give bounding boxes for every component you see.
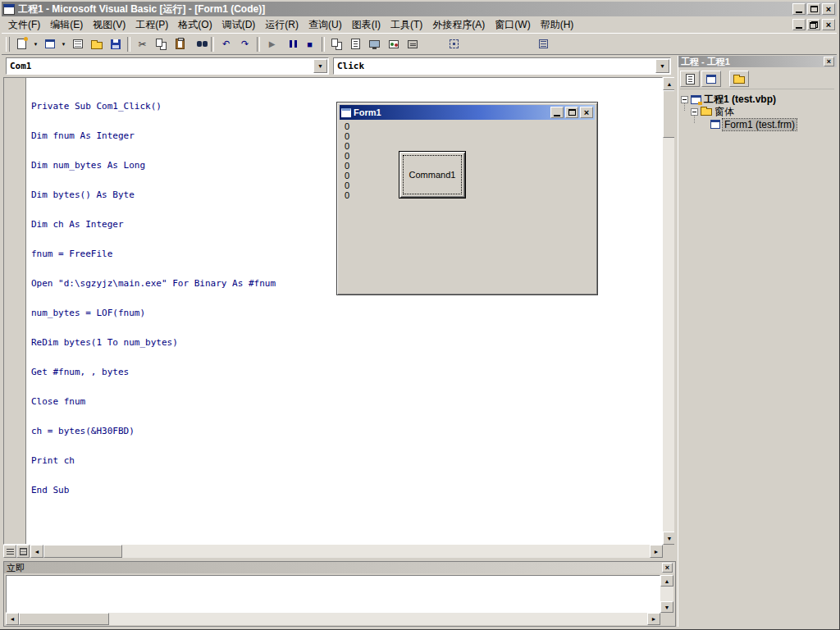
scroll-right-button[interactable]: ► [647, 613, 660, 625]
view-object-button[interactable] [701, 71, 721, 87]
command1-button[interactable]: Command1 [399, 151, 466, 199]
collapse-icon[interactable] [681, 96, 688, 103]
add-form-button[interactable] [40, 35, 59, 53]
view-code-button[interactable] [680, 71, 700, 87]
minimize-button[interactable] [792, 3, 806, 15]
undo-icon: ↶ [222, 39, 230, 49]
save-project-button[interactable] [106, 35, 125, 53]
procedure-view-icon [7, 549, 14, 555]
mdi-restore-button[interactable] [807, 19, 820, 30]
dropdown-icon: ▼ [317, 63, 323, 69]
mdi-close-button[interactable]: × [822, 19, 835, 30]
menu-addins[interactable]: 外接程序(A) [427, 16, 490, 34]
collapse-icon[interactable] [691, 108, 698, 116]
undo-button[interactable]: ↶ [217, 35, 235, 53]
title-bar[interactable]: 工程1 - Microsoft Visual Basic [运行] - [For… [2, 2, 837, 16]
scroll-left-button[interactable]: ◄ [30, 545, 43, 558]
code-text: Private Sub Com1_Click() Dim fnum As Int… [31, 82, 276, 515]
close-icon: × [826, 5, 831, 14]
menu-window[interactable]: 窗口(W) [490, 16, 535, 34]
menu-run[interactable]: 运行(R) [260, 16, 304, 34]
immediate-input-area[interactable] [6, 575, 660, 613]
code-horizontal-scrollbar[interactable]: ◄ ► [30, 545, 663, 558]
procedure-view-button[interactable] [3, 545, 16, 558]
redo-button[interactable]: ↷ [235, 35, 254, 53]
find-button[interactable] [189, 35, 208, 53]
toggle-folders-button[interactable] [729, 71, 749, 87]
add-project-button[interactable] [12, 35, 31, 53]
object-combo[interactable]: Com1 ▼ [6, 57, 329, 75]
menu-debug[interactable]: 调试(D) [217, 16, 261, 34]
object-combo-dropdown[interactable]: ▼ [313, 59, 327, 73]
tree-item-forms-folder[interactable]: 窗体 [691, 106, 734, 118]
menu-edit[interactable]: 编辑(E) [45, 16, 88, 34]
size-icon [539, 39, 548, 48]
form1-minimize-button[interactable] [550, 107, 564, 118]
maximize-button[interactable] [807, 3, 820, 15]
horizontal-scroll-thumb[interactable] [43, 545, 122, 558]
immediate-vertical-scrollbar[interactable]: ▲ ▼ [660, 575, 673, 613]
app-icon [3, 4, 15, 15]
immediate-title-bar[interactable]: 立即 × [4, 562, 675, 573]
form-layout-button[interactable] [365, 35, 384, 53]
view-code-icon [686, 74, 695, 84]
start-button[interactable]: ▶ [262, 35, 281, 53]
toolbox-button[interactable] [403, 35, 422, 53]
menu-tools[interactable]: 工具(T) [386, 16, 427, 34]
add-project-dropdown[interactable]: ▼ [31, 35, 40, 53]
mdi-minimize-button[interactable] [792, 19, 806, 30]
immediate-horizontal-scrollbar[interactable]: ◄ ► [6, 613, 660, 625]
horizontal-scroll-thumb[interactable] [19, 613, 109, 625]
end-button[interactable]: ■ [300, 35, 319, 53]
redo-icon: ↷ [241, 39, 249, 49]
position-indicator [450, 39, 511, 48]
tree-item-label: 窗体 [714, 105, 734, 119]
toolbar-grip[interactable] [6, 37, 10, 52]
tree-item-project[interactable]: 工程1 (test.vbp) [681, 94, 776, 106]
immediate-close-button[interactable]: × [662, 563, 673, 573]
menu-file[interactable]: 文件(F) [3, 16, 45, 34]
tree-item-form1[interactable]: Form1 (test.frm) [710, 118, 797, 130]
menu-diagram[interactable]: 图表(I) [347, 16, 386, 34]
menu-view[interactable]: 视图(V) [88, 16, 130, 34]
scroll-right-button[interactable]: ► [650, 545, 663, 558]
paste-button[interactable] [171, 35, 189, 53]
project-tree: 工程1 (test.vbp) 窗体 Form1 (test.frm) [678, 92, 837, 627]
tree-item-label: Form1 (test.frm) [723, 119, 797, 130]
form1-title-bar[interactable]: Form1 × [340, 105, 595, 120]
event-combo[interactable]: Click ▼ [333, 57, 671, 75]
full-module-view-button[interactable] [16, 545, 30, 558]
project-title-bar[interactable]: 工程 - 工程1 × [678, 56, 837, 67]
object-browser-button[interactable] [384, 35, 403, 53]
code-line: fnum = FreeFile [31, 249, 276, 259]
menu-format[interactable]: 格式(O) [173, 16, 217, 34]
scroll-left-button[interactable]: ◄ [6, 613, 19, 625]
position-icon [450, 39, 459, 48]
form1-maximize-button[interactable] [565, 107, 578, 118]
dropdown-icon: ▼ [34, 42, 39, 47]
project-close-button[interactable]: × [824, 57, 834, 66]
copy-button[interactable] [152, 35, 171, 53]
menu-help[interactable]: 帮助(H) [536, 16, 579, 34]
menu-project[interactable]: 工程(P) [130, 16, 173, 34]
menu-query[interactable]: 查询(U) [304, 16, 347, 34]
event-combo-dropdown[interactable]: ▼ [655, 59, 669, 73]
scroll-up-button[interactable]: ▲ [660, 575, 673, 587]
properties-window-button[interactable] [346, 35, 365, 53]
mdi-child-controls: × [791, 19, 835, 30]
minimize-icon [796, 11, 802, 13]
project-explorer-button[interactable] [327, 35, 346, 53]
break-button[interactable] [281, 35, 300, 53]
code-line: Print ch [31, 456, 276, 466]
add-project-icon [15, 38, 29, 51]
form1-close-button[interactable]: × [580, 107, 593, 118]
menu-editor-button[interactable] [68, 35, 87, 53]
printed-value: 0 [345, 171, 349, 180]
add-form-dropdown[interactable]: ▼ [59, 35, 68, 53]
close-button[interactable]: × [822, 3, 835, 15]
printed-value: 0 [345, 151, 349, 161]
open-project-button[interactable] [87, 35, 106, 53]
scroll-down-button[interactable]: ▼ [660, 601, 673, 613]
find-icon [197, 41, 202, 47]
cut-button[interactable]: ✂ [133, 35, 152, 53]
